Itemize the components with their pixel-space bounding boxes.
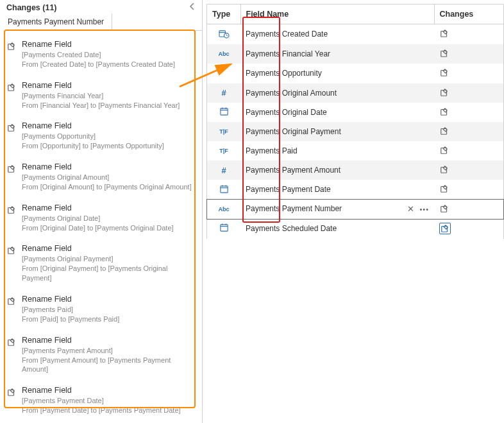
- table-row[interactable]: AbcPayments Financial Year: [207, 44, 503, 64]
- changes-panel: Changes (11) Payments Payment Number Ren…: [0, 0, 203, 423]
- field-name-cell[interactable]: Payments Paid: [240, 141, 434, 160]
- change-item[interactable]: Rename Field [Payments Original Payment]…: [5, 239, 197, 289]
- rename-icon: [6, 337, 17, 347]
- field-name-text: Payments Original Amount: [246, 89, 337, 98]
- date-icon: [219, 184, 229, 194]
- changes-list: Rename Field [Payments Created Date] Fro…: [0, 31, 202, 423]
- changes-indicator[interactable]: [439, 126, 449, 136]
- field-name-text: Payments Scheduled Date: [246, 224, 337, 233]
- col-header-type[interactable]: Type: [207, 4, 240, 24]
- table-row[interactable]: #Payments Payment Amount: [207, 160, 503, 180]
- changes-indicator[interactable]: [439, 203, 449, 214]
- collapse-panel-button[interactable]: [189, 3, 196, 12]
- table-row[interactable]: #Payments Original Amount: [207, 83, 503, 103]
- rename-icon: [6, 245, 17, 255]
- col-header-field-name[interactable]: Field Name: [240, 4, 434, 24]
- changes-indicator[interactable]: [439, 67, 449, 78]
- changes-indicator[interactable]: [439, 164, 449, 175]
- change-detail: From [Original Date] to [Payments Origin…: [22, 223, 196, 233]
- changes-indicator[interactable]: [439, 184, 449, 194]
- field-name-cell[interactable]: Payments Payment Amount: [240, 160, 434, 180]
- edit-icon[interactable]: [440, 146, 449, 155]
- field-name-text: Payments Opportunity: [246, 69, 322, 78]
- change-subtitle: [Payments Financial Year]: [22, 91, 196, 101]
- changes-indicator[interactable]: [439, 223, 451, 234]
- svg-rect-17: [220, 108, 227, 115]
- edit-icon[interactable]: [440, 29, 449, 38]
- table-row[interactable]: Payments Opportunity: [207, 64, 503, 83]
- change-item[interactable]: Rename Field [Payments Financial Year] F…: [5, 76, 197, 117]
- change-detail: From [Original Amount] to [Payments Orig…: [22, 182, 196, 192]
- edit-icon[interactable]: [440, 184, 449, 193]
- changes-indicator[interactable]: [439, 28, 449, 39]
- table-row[interactable]: T|FPayments Paid: [207, 141, 503, 160]
- field-name-text: Payments Payment Amount: [246, 166, 340, 175]
- field-name-cell[interactable]: Payments Original Date: [240, 103, 434, 123]
- changes-indicator[interactable]: [439, 48, 449, 58]
- edit-icon[interactable]: [440, 49, 449, 58]
- col-header-changes[interactable]: Changes: [434, 4, 503, 24]
- edit-icon[interactable]: [440, 126, 449, 135]
- string-type-icon: Abc: [218, 49, 230, 59]
- change-subtitle: [Payments Paid]: [22, 305, 196, 315]
- table-row[interactable]: T|FPayments Original Payment: [207, 122, 503, 141]
- change-subtitle: [Payments Original Payment]: [22, 254, 196, 264]
- boolean-type-icon: T|F: [218, 126, 230, 137]
- svg-rect-31: [220, 225, 227, 231]
- change-title: Rename Field: [22, 244, 196, 253]
- change-title: Rename Field: [22, 81, 196, 90]
- date-icon: [219, 223, 229, 232]
- field-name-cell[interactable]: Payments Financial Year: [240, 44, 434, 64]
- rename-icon: [6, 82, 17, 92]
- table-row[interactable]: Payments Created Date: [207, 24, 503, 44]
- change-item[interactable]: Rename Field [Payments Paid] From [Paid]…: [5, 289, 197, 331]
- clear-icon[interactable]: ✕: [407, 204, 414, 214]
- change-item[interactable]: Rename Field [Payments Original Date] Fr…: [5, 198, 197, 239]
- change-item[interactable]: Rename Field [Payments Opportunity] From…: [5, 116, 197, 157]
- table-row[interactable]: Payments Payment Date: [207, 180, 503, 200]
- table-row[interactable]: AbcPayments Payment Number✕•••: [207, 200, 503, 219]
- field-name-cell[interactable]: Payments Created Date: [240, 24, 434, 44]
- change-subtitle: [Payments Original Amount]: [22, 173, 196, 182]
- field-name-cell[interactable]: Payments Opportunity: [240, 64, 434, 83]
- edit-icon[interactable]: [441, 224, 449, 233]
- field-name-text: Payments Payment Date: [246, 185, 331, 194]
- change-item[interactable]: Rename Field [Payments Payment Amount] F…: [5, 331, 197, 381]
- table-row[interactable]: Payments Original Date: [207, 103, 503, 123]
- change-title: Rename Field: [22, 162, 196, 171]
- changes-tabs: Payments Payment Number: [0, 13, 202, 31]
- date-icon: [219, 107, 229, 116]
- tab-payment-number[interactable]: Payments Payment Number: [0, 13, 112, 31]
- datetime-icon: [219, 29, 230, 39]
- rename-icon: [6, 164, 17, 174]
- change-item[interactable]: Rename Field [Payments Created Date] Fro…: [5, 35, 197, 76]
- more-icon[interactable]: •••: [419, 205, 429, 213]
- change-title: Rename Field: [22, 203, 196, 212]
- change-detail: From [Opportunity] to [Payments Opportun…: [22, 141, 196, 151]
- change-item[interactable]: Rename Field [Payments Payment Date] Fro…: [5, 381, 197, 422]
- changes-indicator[interactable]: [439, 107, 449, 117]
- edit-icon[interactable]: [440, 204, 449, 213]
- edit-icon[interactable]: [440, 165, 449, 174]
- change-detail: From [Original Payment] to [Payments Ori…: [22, 264, 196, 283]
- change-detail: From [Created Date] to [Payments Created…: [22, 60, 196, 69]
- field-name-cell[interactable]: Payments Original Payment: [240, 122, 434, 141]
- changes-indicator[interactable]: [439, 145, 449, 155]
- edit-icon[interactable]: [440, 88, 449, 97]
- boolean-type-icon: T|F: [218, 146, 230, 156]
- change-detail: From [Payment Amount] to [Payments Payme…: [22, 356, 196, 375]
- field-name-cell[interactable]: Payments Scheduled Date: [240, 219, 434, 239]
- field-name-cell[interactable]: Payments Payment Number✕•••: [240, 200, 434, 219]
- change-title: Rename Field: [22, 121, 196, 130]
- changes-indicator[interactable]: [439, 87, 449, 98]
- field-name-text: Payments Paid: [246, 146, 298, 155]
- edit-icon[interactable]: [440, 107, 449, 116]
- change-title: Rename Field: [22, 40, 196, 49]
- table-row[interactable]: Payments Scheduled Date: [207, 219, 503, 239]
- svg-rect-25: [220, 186, 227, 192]
- field-name-cell[interactable]: Payments Payment Date: [240, 180, 434, 200]
- field-name-cell[interactable]: Payments Original Amount: [240, 83, 434, 103]
- change-item[interactable]: Rename Field [Payments Original Amount] …: [5, 157, 197, 198]
- edit-icon[interactable]: [440, 68, 449, 77]
- string-type-icon: Abc: [218, 204, 230, 214]
